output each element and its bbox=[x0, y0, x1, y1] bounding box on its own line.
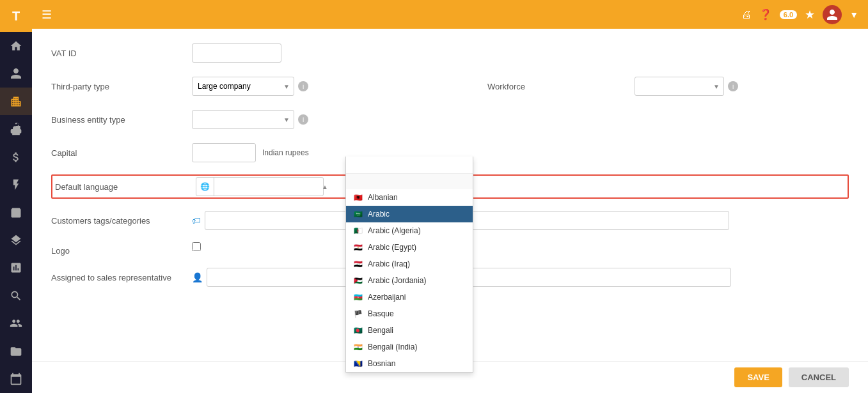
dropdown-item-arabic[interactable]: 🇸🇦 Arabic bbox=[346, 206, 473, 222]
sidebar-item-search[interactable] bbox=[0, 282, 32, 309]
main-content: VAT ID Third-party type Large company ▼ … bbox=[32, 29, 868, 393]
arabic-jordania-label: Arabic (Jordania) bbox=[368, 276, 426, 285]
workforce-control: ▼ i bbox=[635, 77, 738, 96]
arabic-iraq-label: Arabic (Iraq) bbox=[368, 259, 410, 268]
sidebar-item-box[interactable] bbox=[0, 199, 32, 226]
workforce-label: Workforce bbox=[487, 82, 628, 91]
language-arrow-button[interactable]: ▲ bbox=[318, 178, 332, 196]
sidebar-item-chart[interactable] bbox=[0, 254, 32, 282]
workforce-select-wrap: ▼ bbox=[635, 77, 724, 96]
logo-upload-area bbox=[192, 242, 201, 251]
language-flag-button[interactable]: 🌐 bbox=[196, 178, 214, 196]
person-icon: 👤 bbox=[192, 272, 203, 282]
save-button[interactable]: SAVE bbox=[734, 367, 782, 387]
business-entity-type-row: Business entity type ▼ i bbox=[51, 108, 849, 131]
version-badge: 6.0 bbox=[780, 10, 797, 19]
business-entity-type-select[interactable] bbox=[192, 110, 294, 129]
dropdown-item-arabic-algeria[interactable]: 🇩🇿 Arabic (Algeria) bbox=[346, 222, 473, 239]
dropdown-item-bosnian[interactable]: 🇧🇦 Bosnian bbox=[346, 355, 473, 372]
app-logo[interactable]: T bbox=[0, 0, 32, 32]
dropdown-item-bengali[interactable]: 🇧🇩 Bengali bbox=[346, 322, 473, 339]
assigned-to-label: Assigned to sales representative bbox=[51, 273, 192, 282]
print-icon[interactable]: 🖨 bbox=[741, 9, 752, 20]
arabic-flag: 🇸🇦 bbox=[352, 210, 364, 218]
business-entity-type-control: ▼ i bbox=[192, 110, 308, 129]
azerbaijani-label: Azerbaijani bbox=[368, 293, 406, 302]
third-party-type-label: Third-party type bbox=[51, 82, 192, 91]
bengali-india-flag: 🇮🇳 bbox=[352, 343, 364, 351]
third-party-type-select[interactable]: Large company bbox=[192, 77, 294, 96]
avatar-dropdown-icon[interactable]: ▼ bbox=[849, 10, 858, 20]
capital-currency: Indian rupees bbox=[262, 148, 309, 157]
arabic-label: Arabic bbox=[368, 210, 390, 219]
capital-control: Indian rupees bbox=[192, 143, 309, 162]
sidebar-item-lightning[interactable] bbox=[0, 171, 32, 198]
vat-id-input[interactable] bbox=[192, 43, 281, 63]
dropdown-item-basque[interactable]: 🏴 Basque bbox=[346, 305, 473, 322]
language-text-input[interactable] bbox=[214, 182, 318, 191]
default-language-label: Default language bbox=[55, 182, 196, 192]
arabic-algeria-flag: 🇩🇿 bbox=[352, 227, 364, 235]
basque-flag: 🏴 bbox=[352, 310, 364, 318]
azerbaijani-flag: 🇦🇿 bbox=[352, 293, 364, 301]
bengali-flag: 🇧🇩 bbox=[352, 327, 364, 334]
tag-icon: 🏷 bbox=[192, 215, 201, 226]
sidebar-item-home[interactable] bbox=[0, 32, 32, 59]
topbar: ☰ 🖨 ❓ 6.0 ★ ▼ bbox=[32, 0, 868, 29]
arabic-egypt-flag: 🇪🇬 bbox=[352, 243, 364, 251]
sidebar-item-dollar[interactable] bbox=[0, 143, 32, 171]
menu-icon[interactable]: ☰ bbox=[42, 8, 52, 22]
bosnian-flag: 🇧🇦 bbox=[352, 360, 364, 367]
language-dropdown-list: 🇦🇱 Albanian 🇸🇦 Arabic 🇩🇿 Arabic (Algeria… bbox=[346, 174, 473, 372]
workforce-select[interactable] bbox=[635, 77, 724, 96]
star-icon[interactable]: ★ bbox=[805, 8, 815, 22]
sidebar-item-person[interactable] bbox=[0, 59, 32, 87]
capital-label: Capital bbox=[51, 148, 192, 158]
bengali-label: Bengali bbox=[368, 326, 393, 335]
language-dropdown: 🇦🇱 Albanian 🇸🇦 Arabic 🇩🇿 Arabic (Algeria… bbox=[345, 157, 473, 373]
sidebar-item-gift[interactable] bbox=[0, 115, 32, 143]
capital-input[interactable] bbox=[192, 143, 256, 162]
language-dropdown-search[interactable] bbox=[346, 157, 473, 174]
sidebar: T bbox=[0, 0, 32, 393]
dropdown-item-albanian[interactable]: 🇦🇱 Albanian bbox=[346, 189, 473, 206]
logo-label: Logo bbox=[51, 242, 192, 256]
help-icon[interactable]: ❓ bbox=[759, 8, 772, 20]
albanian-flag: 🇦🇱 bbox=[352, 194, 364, 201]
logo-letter: T bbox=[12, 9, 20, 24]
dropdown-item-arabic-jordania[interactable]: 🇯🇴 Arabic (Jordania) bbox=[346, 272, 473, 289]
user-avatar[interactable] bbox=[823, 5, 842, 24]
arabic-iraq-flag: 🇮🇶 bbox=[352, 260, 364, 268]
dropdown-item-azerbaijani[interactable]: 🇦🇿 Azerbaijani bbox=[346, 289, 473, 305]
customers-tags-label: Customers tags/categories bbox=[51, 216, 192, 226]
arabic-egypt-label: Arabic (Egypt) bbox=[368, 243, 416, 252]
sidebar-item-building[interactable] bbox=[0, 88, 32, 115]
albanian-label: Albanian bbox=[368, 193, 398, 202]
default-language-control: 🌐 ▲ bbox=[196, 177, 324, 196]
third-party-info-icon[interactable]: i bbox=[298, 81, 308, 91]
vat-id-control bbox=[192, 43, 281, 63]
cancel-button[interactable]: CANCEL bbox=[789, 367, 849, 387]
topbar-right: 🖨 ❓ 6.0 ★ ▼ bbox=[741, 5, 858, 24]
logo-checkbox[interactable] bbox=[192, 242, 201, 251]
sidebar-item-folder[interactable] bbox=[0, 337, 32, 365]
business-entity-select-wrap: ▼ bbox=[192, 110, 294, 129]
dropdown-item-arabic-iraq[interactable]: 🇮🇶 Arabic (Iraq) bbox=[346, 256, 473, 272]
business-entity-info-icon[interactable]: i bbox=[298, 114, 308, 125]
sidebar-item-user2[interactable] bbox=[0, 310, 32, 337]
sidebar-item-stack[interactable] bbox=[0, 226, 32, 254]
arabic-algeria-label: Arabic (Algeria) bbox=[368, 226, 421, 235]
third-party-type-row: Third-party type Large company ▼ i Workf… bbox=[51, 75, 849, 98]
business-entity-type-label: Business entity type bbox=[51, 115, 192, 125]
dropdown-item-empty[interactable] bbox=[346, 174, 473, 189]
bosnian-label: Bosnian bbox=[368, 359, 395, 368]
workforce-info-icon[interactable]: i bbox=[728, 81, 738, 91]
bengali-india-label: Bengali (India) bbox=[368, 343, 417, 351]
third-party-type-control: Large company ▼ i bbox=[192, 77, 308, 96]
dropdown-item-arabic-egypt[interactable]: 🇪🇬 Arabic (Egypt) bbox=[346, 239, 473, 256]
dropdown-item-bengali-india[interactable]: 🇮🇳 Bengali (India) bbox=[346, 339, 473, 355]
language-input-wrap: 🌐 ▲ bbox=[196, 177, 324, 196]
sidebar-item-calendar[interactable] bbox=[0, 366, 32, 393]
vat-id-label: VAT ID bbox=[51, 49, 192, 58]
arabic-jordania-flag: 🇯🇴 bbox=[352, 277, 364, 284]
